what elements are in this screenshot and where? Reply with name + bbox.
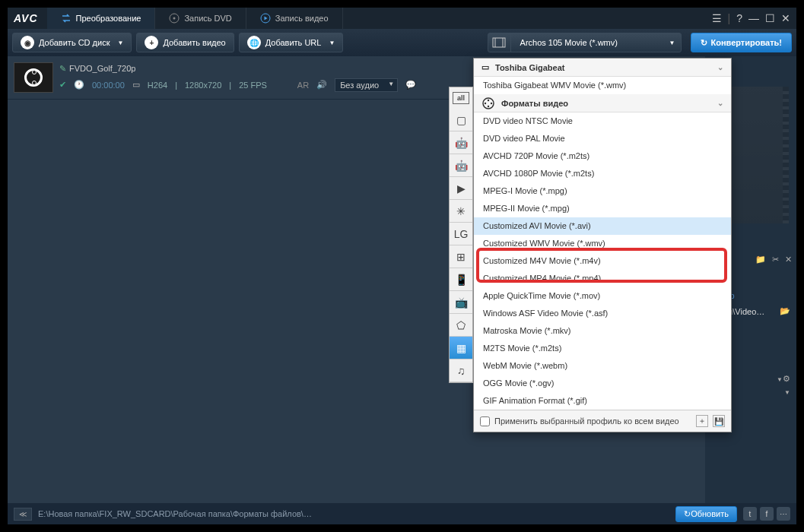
maximize-icon[interactable]: ☐ [765,12,775,24]
add-url-button[interactable]: 🌐 Добавить URL ▼ [239,33,344,52]
format-option[interactable]: Apple QuickTime Movie (*.mov) [474,287,731,305]
category-android-tablet-icon[interactable]: 🤖 [450,131,472,154]
speaker-icon[interactable]: 🔊 [316,80,327,90]
tab-dvd[interactable]: Запись DVD [155,8,246,29]
button-label: Добавить CD диск [39,38,110,47]
edit-icon[interactable]: ✎ [59,64,66,74]
group-label: Toshiba Gigabeat [495,63,564,72]
save-profile-icon[interactable]: 💾 [713,415,725,427]
dropdown-group-header[interactable]: ▭ Toshiba Gigabeat ⌄ [474,59,731,77]
format-option[interactable]: AVCHD 720P Movie (*.m2ts) [474,147,731,165]
format-option[interactable]: Matroska Movie (*.mkv) [474,322,731,340]
format-option[interactable]: Customized MP4 Movie (*.mp4) [474,270,731,287]
chevron-down-icon: ▼ [663,40,682,46]
thumbnail [14,62,53,93]
format-dropdown: ▭ Toshiba Gigabeat ⌄ Toshiba Gigabeat WM… [473,58,732,432]
format-option[interactable]: Toshiba Gigabeat WMV Movie (*.wmv) [474,77,731,94]
refresh-button[interactable]: ↻Обновить [675,506,737,522]
format-option[interactable]: M2TS Movie (*.m2ts) [474,340,731,357]
main-tabs: Преобразование Запись DVD Запись видео [47,8,712,29]
facebook-icon[interactable]: f [760,507,774,521]
crop-icon[interactable]: ✕ [785,255,792,264]
format-option[interactable]: DVD video PAL Movie [474,130,731,147]
format-option[interactable]: MPEG-I Movie (*.mpg) [474,182,731,200]
add-video-button[interactable]: + Добавить видео [136,33,234,52]
format-option[interactable]: AVCHD 1080P Movie (*.m2ts) [474,165,731,182]
collapse-icon[interactable]: ⌄ [717,99,723,107]
audio-select[interactable]: Без аудио ▼ [335,78,398,92]
category-audio-icon[interactable]: ♫ [450,359,472,382]
category-tv-icon[interactable]: 📺 [450,291,472,314]
device-icon: ▭ [481,62,489,72]
category-lg-icon[interactable]: LG [450,223,472,245]
refresh-icon: ↻ [684,509,691,518]
add-cd-button[interactable]: ◉ Добавить CD диск ▼ [12,33,132,52]
tab-label: Запись DVD [184,14,231,23]
film-icon [488,33,511,52]
format-selector[interactable]: Archos 105 Movie (*.wmv) ▼ [488,33,682,52]
category-strip: all▢🤖🤖▶✳LG⊞📱📺⬠▦♫ [449,87,473,383]
dropdown-group-header[interactable]: Форматы видео ⌄ [474,94,731,112]
apply-all-label: Применить выбранный профиль ко всем виде… [494,416,679,426]
format-option[interactable]: WebM Movie (*.webm) [474,357,731,375]
add-profile-icon[interactable]: ＋ [696,415,708,427]
collapse-icon[interactable]: ⌄ [717,63,723,71]
format-option[interactable]: DVD video NTSC Movie [474,112,731,130]
category-phone-icon[interactable]: 📱 [450,268,472,291]
play-icon [260,13,271,24]
subtitle-icon[interactable]: 💬 [405,80,416,90]
twitter-icon[interactable]: t [743,507,757,521]
dvd-icon [169,13,180,24]
video-add-icon: + [145,36,158,49]
notes-icon[interactable]: ☰ [712,12,722,24]
toolbar: ◉ Добавить CD диск ▼ + Добавить видео 🌐 … [8,29,796,56]
folder-icon[interactable]: 📁 [755,255,766,264]
chevron-down-icon[interactable]: ▼ [777,376,783,383]
format-option[interactable]: GIF Animation Format (*.gif) [474,392,731,410]
gear-icon[interactable]: ⚙ [783,374,790,384]
category-html5-icon[interactable]: ⬠ [450,314,472,337]
convert-button[interactable]: ↻ Конвертировать! [691,33,792,52]
svg-point-10 [491,102,492,103]
tab-convert[interactable]: Преобразование [47,8,156,29]
fps: 25 FPS [239,81,267,90]
disc-add-icon: ◉ [21,36,34,49]
output-path: E:\Новая папка\FIX_RW_SDCARD\Рабочая пап… [38,509,669,518]
reel-icon [481,97,495,110]
category-apple-icon[interactable]: ▢ [450,109,472,131]
format-option[interactable]: MPEG-II Movie (*.mpg) [474,200,731,217]
svg-rect-3 [493,38,505,47]
tab-label: Преобразование [76,14,141,23]
format-option[interactable]: OGG Movie (*.ogv) [474,375,731,392]
help-icon[interactable]: ? [736,12,742,24]
check-icon[interactable]: ✔ [59,80,66,90]
refresh-icon: ↻ [701,38,707,48]
category-playstation-icon[interactable]: ▶ [450,177,472,200]
titlebar: AVC Преобразование Запись DVD Запись вид… [8,8,796,29]
close-icon[interactable]: ✕ [781,12,790,24]
format-option[interactable]: Customized WMV Movie (*.wmv) [474,235,731,252]
duration: 00:00:00 [92,81,125,90]
format-option[interactable]: Customized AVI Movie (*.avi) [474,217,731,235]
file-name: FVDO_Golf_720p [69,64,135,73]
tab-record[interactable]: Запись видео [246,8,343,29]
category-windows-icon[interactable]: ⊞ [450,245,472,268]
collapse-button[interactable]: ≪ [14,508,32,521]
aspect-icon[interactable]: AR [297,81,309,90]
minimize-icon[interactable]: — [748,12,759,24]
category-android-icon[interactable]: 🤖 [450,154,472,177]
apply-all-checkbox[interactable] [480,416,490,426]
chevron-down-icon: ▼ [329,40,335,46]
category-huawei-icon[interactable]: ✳ [450,200,472,223]
category-video-icon[interactable]: ▦ [450,337,472,359]
share-icon[interactable]: ⋯ [777,507,790,521]
browse-icon[interactable]: 📂 [780,306,790,316]
group-label: Форматы видео [501,99,568,108]
format-option[interactable]: Customized M4V Movie (*.m4v) [474,252,731,270]
category-all-icon[interactable]: all [453,92,469,104]
app-logo: AVC [14,12,38,24]
format-option[interactable]: Windows ASF Video Movie (*.asf) [474,305,731,322]
scissors-icon[interactable]: ✂ [772,255,779,264]
svg-point-8 [488,105,489,106]
button-label: Добавить видео [163,38,225,47]
